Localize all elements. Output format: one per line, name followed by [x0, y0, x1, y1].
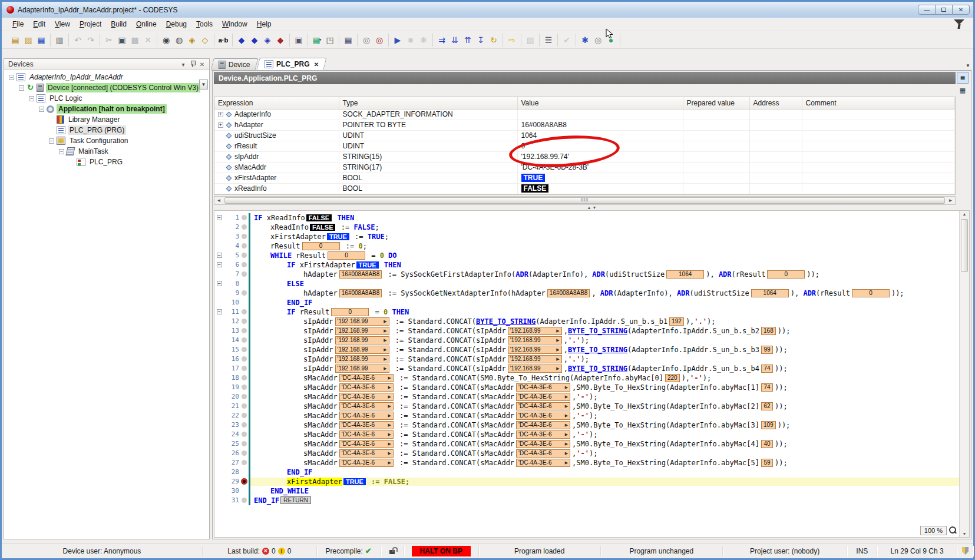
breakpoint-column[interactable]	[239, 309, 249, 314]
tree-item-application-halt-on-breakpoint[interactable]: −Application [halt on breakpoint]	[4, 104, 209, 114]
scroll-up-icon[interactable]: ▲	[960, 212, 969, 216]
inline-value-monitor[interactable]: 16#008A8AB8	[339, 270, 382, 279]
code-line-14[interactable]: 14sIpAddr'192.168.99▶ := Standard.CONCAT…	[214, 336, 959, 345]
code-line-6[interactable]: −6IF xFirstAdapterTRUE THEN	[214, 260, 959, 270]
breakpoint-column[interactable]	[239, 215, 249, 220]
breakpoint-column[interactable]	[239, 498, 249, 503]
code-line-25[interactable]: 25sMacAddr'DC-4A-3E-6▶ := Standard.CONCA…	[214, 439, 959, 449]
breakpoint-column[interactable]	[239, 224, 249, 230]
expand-icon[interactable]: +	[218, 122, 223, 128]
save-project-icon[interactable]: ▦	[35, 34, 48, 47]
inline-value-monitor[interactable]: 168	[761, 327, 776, 335]
panel-menu-icon[interactable]: ▾	[179, 60, 188, 68]
value-cell[interactable]: '192.168.99.74'	[517, 151, 683, 162]
menu-file[interactable]: File	[8, 18, 28, 30]
code-line-3[interactable]: 3xFirstAdapterTRUE := TRUE;	[214, 232, 959, 241]
menu-project[interactable]: Project	[75, 18, 106, 30]
watch-row-xfirstadapter[interactable]: xFirstAdapterBOOLTRUE	[214, 173, 955, 183]
inline-string-monitor[interactable]: '192.168.99▶	[335, 327, 389, 335]
inline-string-monitor[interactable]: 'DC-4A-3E-6▶	[516, 402, 570, 410]
tab-close-icon[interactable]: ✕	[313, 61, 318, 68]
logout-icon[interactable]: ◎	[373, 34, 386, 47]
inline-string-monitor[interactable]: '192.168.99▶	[335, 346, 389, 354]
inline-value-monitor[interactable]: 99	[761, 346, 773, 354]
cut-icon[interactable]: ✂	[103, 34, 115, 47]
inline-false-monitor[interactable]: FALSE	[306, 214, 332, 221]
inline-string-monitor[interactable]: 'DC-4A-3E-6▶	[516, 459, 570, 467]
clean-icon[interactable]: ◆	[274, 34, 287, 47]
prepared-value-cell[interactable]	[683, 130, 749, 141]
breakpoint-column[interactable]	[239, 422, 249, 428]
inline-string-monitor[interactable]: 'DC-4A-3E-6▶	[516, 383, 570, 392]
reset-icon[interactable]: ↻	[487, 34, 500, 47]
expression-cell[interactable]: xFirstAdapter	[214, 173, 339, 183]
delete-icon[interactable]: ✕	[141, 34, 154, 47]
prepared-value-cell[interactable]	[683, 141, 749, 151]
dropdown-arrow-icon[interactable]: ▾	[319, 37, 322, 42]
code-line-28[interactable]: 28END_IF	[214, 468, 959, 477]
breakpoint-column[interactable]	[239, 253, 249, 258]
inline-true-monitor[interactable]: TRUE	[356, 261, 379, 269]
expression-cell[interactable]: sIpAddr	[214, 151, 339, 162]
copy-icon[interactable]: ▣	[115, 34, 128, 47]
prepared-value-cell[interactable]	[683, 151, 749, 162]
build-config-icon[interactable]: ▦	[342, 34, 355, 47]
inline-value-monitor[interactable]: 109	[761, 421, 776, 429]
column-header-comment[interactable]: Comment	[802, 97, 955, 109]
scroll-down-icon[interactable]: ▼	[960, 532, 969, 536]
inline-string-monitor[interactable]: '192.168.99▶	[508, 346, 562, 354]
inline-true-monitor[interactable]: TRUE	[343, 478, 366, 485]
undo-icon[interactable]: ↶	[71, 34, 84, 47]
simulation-icon[interactable]: ✱	[579, 34, 591, 47]
code-line-29[interactable]: 29xFirstAdapterTRUE := FALSE;	[214, 477, 959, 486]
inline-string-monitor[interactable]: 'DC-4A-3E-6▶	[339, 421, 394, 429]
expression-cell[interactable]: xReadInfo	[214, 183, 339, 194]
inline-value-monitor[interactable]: 40	[761, 440, 773, 448]
breakpoint-column[interactable]	[239, 394, 249, 399]
fold-collapse-icon[interactable]: −	[217, 215, 222, 220]
breakpoint-column[interactable]	[239, 450, 249, 456]
scroll-thumb[interactable]: ⦀⦀⦀	[224, 197, 945, 204]
declaration-view-button[interactable]: ≣	[957, 72, 969, 84]
code-line-22[interactable]: 22sMacAddr'DC-4A-3E-6▶ := Standard.CONCA…	[214, 411, 959, 420]
code-scroll-thumb[interactable]	[961, 219, 968, 272]
tree-item-plc-prg[interactable]: PLC_PRG	[4, 157, 209, 167]
expression-cell[interactable]: rResult	[214, 141, 339, 151]
run-to-cursor-icon[interactable]: ⇨	[505, 34, 518, 47]
inline-value-monitor[interactable]: 220	[665, 374, 680, 382]
inline-value-monitor[interactable]: 0	[767, 270, 805, 279]
code-line-31[interactable]: 31END_IFRETURN	[214, 496, 959, 505]
watch-row-rresult[interactable]: rResultUDINT0	[214, 141, 955, 151]
inline-string-monitor[interactable]: '192.168.99▶	[335, 336, 389, 344]
open-project-icon[interactable]: ▨	[22, 34, 35, 47]
prepared-value-cell[interactable]	[683, 120, 749, 130]
inline-string-monitor[interactable]: '192.168.99▶	[508, 355, 562, 363]
value-cell[interactable]: 1064	[517, 130, 683, 141]
online-ball-icon[interactable]: ●	[604, 34, 617, 47]
step-over-icon[interactable]: ⇉	[435, 34, 448, 47]
value-cell[interactable]: TRUE	[517, 173, 683, 183]
breakpoint-column[interactable]	[239, 337, 249, 343]
multipaste-icon[interactable]: ▣	[292, 34, 305, 47]
fold-column[interactable]: −	[214, 281, 224, 286]
login-icon[interactable]: ◎	[360, 34, 373, 47]
toggle-breakpoint-icon[interactable]: ▨	[524, 34, 537, 47]
menu-online[interactable]: Online	[131, 18, 161, 30]
column-header-value[interactable]: Value	[517, 97, 683, 109]
call-stack-icon[interactable]: ☰	[542, 34, 555, 47]
value-cell[interactable]	[517, 109, 683, 120]
pin-icon[interactable]	[188, 60, 197, 68]
breakpoint-column[interactable]	[239, 234, 249, 239]
menu-edit[interactable]: Edit	[28, 18, 50, 30]
editor-split-handle[interactable]: ▲▼	[213, 205, 971, 210]
inline-string-monitor[interactable]: 'DC-4A-3E-6▶	[516, 430, 570, 439]
inline-value-monitor[interactable]: 1064	[666, 270, 704, 279]
value-cell[interactable]: 16#008A8AB8	[517, 120, 683, 130]
fold-column[interactable]: −	[214, 262, 224, 267]
inline-string-monitor[interactable]: 'DC-4A-3E-6▶	[516, 440, 570, 448]
inline-string-monitor[interactable]: 'DC-4A-3E-6▶	[339, 449, 394, 458]
code-line-8[interactable]: −8ELSE	[214, 279, 959, 289]
edit-object-icon[interactable]: ◳	[323, 34, 336, 47]
options-icon[interactable]: ◎	[591, 34, 604, 47]
code-line-30[interactable]: 30END_WHILE	[214, 486, 959, 496]
